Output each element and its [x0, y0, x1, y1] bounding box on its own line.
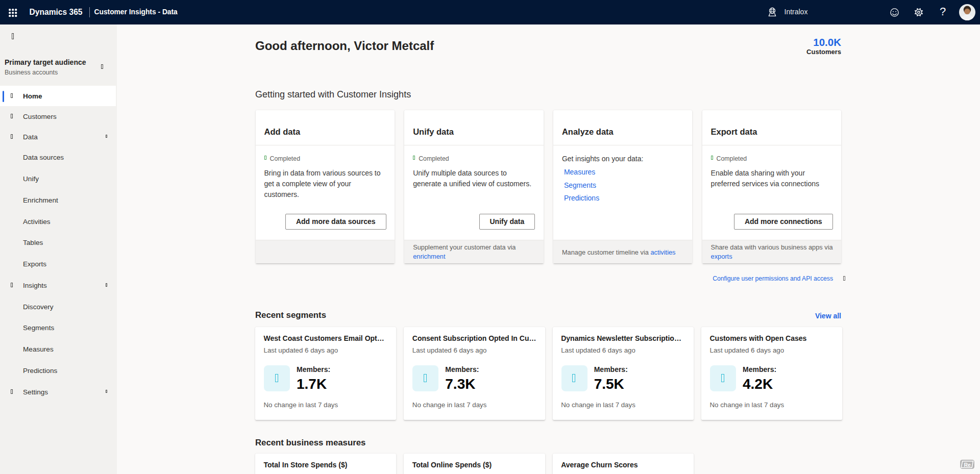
svg-text:Re: Re — [964, 462, 971, 468]
